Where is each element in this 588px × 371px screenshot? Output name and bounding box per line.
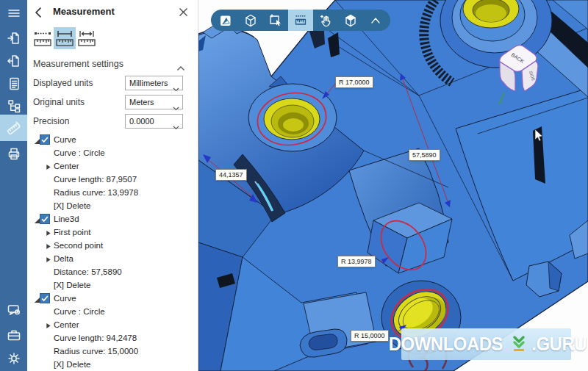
measure-tool-button[interactable] (288, 10, 313, 31)
displayed-units-label: Displayed units (33, 78, 93, 88)
expander-icon[interactable] (46, 322, 51, 331)
shaded-view-button[interactable] (338, 10, 363, 31)
chevron-down-icon (173, 82, 179, 95)
tree-row-delete[interactable]: [X] Delete (27, 200, 189, 213)
checkbox[interactable] (40, 214, 50, 224)
measurement-tree: Curve Curve : Circle Center Curve length… (27, 134, 189, 371)
pan-button[interactable] (313, 10, 338, 31)
view-toolbar (211, 10, 390, 31)
structure-icon (6, 98, 22, 114)
radius-annotation-2[interactable]: R 13,9978 (337, 256, 376, 267)
import-file-icon (6, 30, 22, 46)
home-view-icon (218, 13, 233, 28)
tree-row[interactable]: Curve length: 87,9507 (27, 173, 189, 187)
menu-icon (6, 5, 22, 21)
checkbox[interactable] (40, 134, 50, 145)
toolbox-icon (6, 327, 22, 343)
tree-row-delete[interactable]: [X] Delete (27, 279, 189, 292)
home-view-button[interactable] (213, 10, 238, 31)
tree-row[interactable]: Distance: 57,5890 (27, 266, 189, 279)
tree-row[interactable]: First point (27, 226, 189, 239)
wireframe-view-button[interactable] (238, 10, 263, 31)
select-box-icon (268, 13, 283, 28)
chevron-up-icon (176, 65, 185, 71)
application-window: Measurement Measurement settings Display… (0, 0, 588, 371)
mode-edge-length-button[interactable] (54, 27, 76, 49)
close-icon (179, 7, 188, 17)
notes-button[interactable] (0, 72, 27, 96)
panel-header: Measurement (27, 4, 198, 22)
viewport-3d[interactable]: BACK SIDE (198, 0, 588, 371)
sidebar (0, 0, 27, 371)
export-file-button[interactable] (0, 49, 27, 73)
measure-button[interactable] (0, 115, 27, 141)
chevron-down-icon (173, 120, 179, 133)
toolbox-button[interactable] (0, 323, 27, 347)
tree-row[interactable]: Curve : Circle (27, 147, 189, 160)
expander-icon[interactable] (46, 163, 51, 172)
precision-row: Precision 0.0000 (27, 114, 198, 129)
download-icon (510, 334, 528, 355)
curve-length-annotation[interactable]: 44,1357 (215, 169, 247, 181)
tree-row[interactable]: Line3d (27, 213, 189, 226)
displayed-units-select[interactable]: Millimeters (125, 76, 183, 90)
menu-button[interactable] (0, 1, 27, 25)
pan-icon (318, 13, 333, 28)
back-button[interactable] (33, 7, 45, 18)
tree-row[interactable]: Center (27, 160, 189, 173)
import-file-button[interactable] (0, 26, 27, 50)
tree-row[interactable]: Radius curve: 13,9978 (27, 187, 189, 200)
tree-row[interactable]: Center (27, 319, 189, 332)
chevron-left-icon (33, 7, 43, 18)
original-units-select[interactable]: Meters (125, 95, 183, 109)
model-canvas[interactable]: BACK SIDE (198, 0, 588, 371)
radius-annotation-1[interactable]: R 17,0000 (335, 76, 373, 88)
tree-row[interactable]: Curve (27, 134, 189, 147)
tree-row[interactable]: Radius curve: 15,0000 (27, 345, 189, 359)
expander-icon[interactable] (46, 229, 51, 238)
precision-select[interactable]: 0.0000 (125, 114, 183, 129)
precision-label: Precision (33, 116, 69, 126)
tree-row-delete[interactable]: [X] Delete (27, 359, 189, 371)
shaded-cube-icon (343, 13, 358, 28)
tree-row[interactable]: Curve length: 94,2478 (27, 332, 189, 345)
original-units-label: Original units (33, 97, 85, 107)
distance-annotation[interactable]: 57,5890 (409, 149, 440, 161)
original-units-row: Original units Meters (27, 95, 198, 110)
close-button[interactable] (179, 7, 190, 18)
chevron-down-icon (173, 101, 179, 114)
feedback-button[interactable] (0, 298, 27, 322)
checkbox[interactable] (40, 293, 50, 303)
mode-point-to-point-button[interactable] (32, 27, 54, 49)
panel-title: Measurement (53, 6, 115, 17)
measurement-panel: Measurement Measurement settings Display… (27, 0, 198, 371)
collapse-toolbar-icon (368, 13, 383, 28)
measure-distance-icon (76, 29, 97, 48)
expander-icon[interactable] (46, 242, 51, 251)
wireframe-cube-icon (243, 13, 258, 28)
print-button[interactable] (0, 142, 27, 165)
model-geometry: BACK SIDE (198, 0, 588, 371)
measure-tool-icon (293, 13, 308, 28)
measure-icon (5, 119, 23, 137)
measure-point-to-point-icon (32, 29, 53, 48)
downloads-guru-watermark: DOWNLOADS .GURU (401, 328, 571, 360)
collapse-settings-button[interactable] (176, 61, 185, 74)
print-icon (6, 145, 22, 162)
mode-distance-button[interactable] (76, 27, 98, 49)
watermark-text-left: DOWNLOADS (389, 333, 503, 356)
settings-section-title: Measurement settings (33, 59, 123, 69)
select-box-button[interactable] (263, 10, 288, 31)
tree-row[interactable]: Delta (27, 253, 189, 266)
tree-row[interactable]: Curve : Circle (27, 306, 189, 319)
settings-button[interactable] (0, 347, 27, 370)
tree-row[interactable]: Second point (27, 239, 189, 253)
radius-annotation-3[interactable]: R 15,0000 (351, 330, 389, 342)
notes-icon (6, 76, 22, 92)
measure-edge-icon (54, 29, 75, 48)
displayed-units-row: Displayed units Millimeters (27, 76, 198, 91)
expander-icon[interactable] (46, 256, 51, 264)
watermark-text-right: .GURU (531, 333, 587, 356)
collapse-toolbar-button[interactable] (363, 10, 388, 31)
tree-row[interactable]: Curve (27, 292, 189, 306)
